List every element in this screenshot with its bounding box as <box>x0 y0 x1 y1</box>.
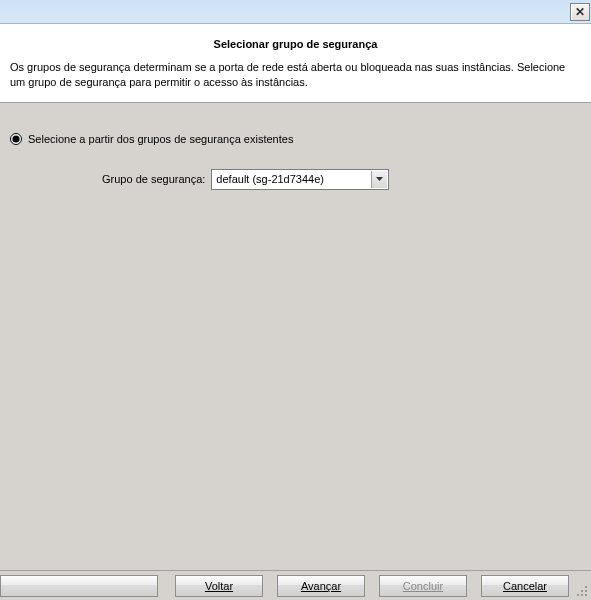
dropdown-button[interactable] <box>371 171 387 188</box>
header-panel: Selecionar grupo de segurança Os grupos … <box>0 24 591 103</box>
security-group-dropdown[interactable]: default (sg-21d7344e) <box>211 169 389 190</box>
svg-rect-6 <box>585 594 587 596</box>
svg-rect-2 <box>581 590 583 592</box>
cancel-button[interactable]: Cancelar <box>481 575 569 597</box>
resize-grip[interactable] <box>575 584 589 598</box>
radio-existing-label: Selecione a partir dos grupos de seguran… <box>28 133 293 145</box>
titlebar: ✕ <box>0 0 591 24</box>
footer-blank-button[interactable] <box>0 575 158 597</box>
page-title: Selecionar grupo de segurança <box>10 38 581 50</box>
svg-rect-4 <box>577 594 579 596</box>
finish-button: Concluir <box>379 575 467 597</box>
close-icon: ✕ <box>575 5 585 19</box>
back-button[interactable]: Voltar <box>175 575 263 597</box>
next-button[interactable]: Avançar <box>277 575 365 597</box>
security-group-field: Grupo de segurança: default (sg-21d7344e… <box>102 169 581 190</box>
radio-option-existing[interactable]: Selecione a partir dos grupos de seguran… <box>10 133 581 145</box>
svg-marker-0 <box>376 177 383 181</box>
radio-existing-input[interactable] <box>10 133 22 145</box>
security-group-label: Grupo de segurança: <box>102 173 205 185</box>
footer-bar: Voltar Avançar Concluir Cancelar <box>0 570 591 600</box>
svg-rect-3 <box>585 590 587 592</box>
content-area: Selecione a partir dos grupos de seguran… <box>0 103 591 570</box>
close-button[interactable]: ✕ <box>570 3 590 21</box>
svg-rect-1 <box>585 586 587 588</box>
svg-rect-5 <box>581 594 583 596</box>
page-description: Os grupos de segurança determinam se a p… <box>10 60 581 90</box>
dialog-window: ✕ Selecionar grupo de segurança Os grupo… <box>0 0 591 600</box>
chevron-down-icon <box>376 177 383 181</box>
security-group-selected-value: default (sg-21d7344e) <box>216 173 324 185</box>
